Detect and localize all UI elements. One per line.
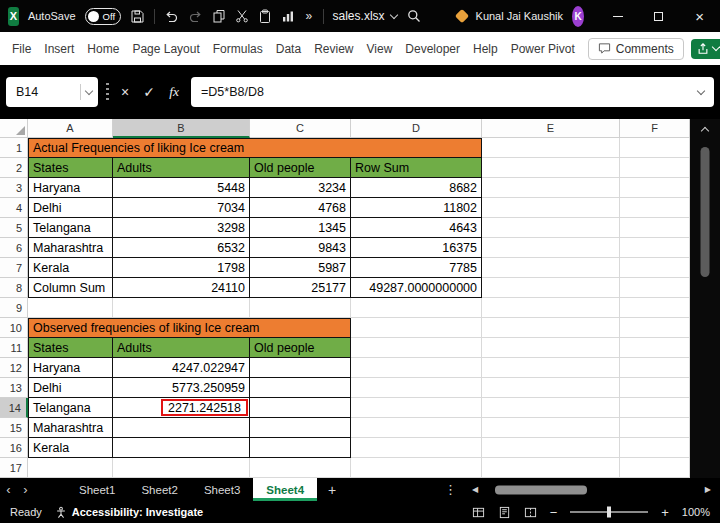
cell-F3[interactable] xyxy=(620,178,690,198)
cell-B11[interactable]: Adults xyxy=(113,338,250,358)
ribbon-tab-page-layout[interactable]: Page Layout xyxy=(132,42,199,56)
cell-F5[interactable] xyxy=(620,218,690,238)
cell-C16[interactable] xyxy=(250,438,351,458)
row-header-13[interactable]: 13 xyxy=(0,378,28,398)
cell-A2[interactable]: States xyxy=(28,158,113,178)
cell-C11[interactable]: Old people xyxy=(250,338,351,358)
row-header-5[interactable]: 5 xyxy=(0,218,28,238)
row-header-12[interactable]: 12 xyxy=(0,358,28,378)
undo-icon[interactable] xyxy=(164,7,179,25)
normal-view-button[interactable] xyxy=(472,506,485,519)
user-name-label[interactable]: Kunal Jai Kaushik xyxy=(476,10,563,22)
row-header-9[interactable]: 9 xyxy=(0,298,28,318)
save-icon[interactable] xyxy=(130,7,145,25)
comments-button[interactable]: Comments xyxy=(588,38,684,60)
cell-C15[interactable] xyxy=(250,418,351,438)
ribbon-tab-file[interactable]: File xyxy=(12,42,31,56)
cell-E9[interactable] xyxy=(482,298,620,318)
cell-E2[interactable] xyxy=(482,158,620,178)
cell-F4[interactable] xyxy=(620,198,690,218)
row-header-17[interactable]: 17 xyxy=(0,458,28,478)
cell-F16[interactable] xyxy=(620,438,690,458)
cell-C5[interactable]: 1345 xyxy=(250,218,351,238)
cell-B6[interactable]: 6532 xyxy=(113,238,250,258)
close-button[interactable]: × xyxy=(679,0,720,32)
cell-F17[interactable] xyxy=(620,458,690,478)
zoom-out-button[interactable]: − xyxy=(550,505,558,520)
expand-formula-bar-icon[interactable] xyxy=(697,86,705,94)
cell-E13[interactable] xyxy=(482,378,620,398)
select-all-button[interactable] xyxy=(0,119,28,138)
maximize-button[interactable] xyxy=(638,0,679,32)
row-header-14[interactable]: 14 xyxy=(0,398,28,418)
row-header-16[interactable]: 16 xyxy=(0,438,28,458)
rewards-diamond-icon[interactable] xyxy=(454,9,468,23)
cell-C17[interactable] xyxy=(250,458,351,478)
cell-C2[interactable]: Old people xyxy=(250,158,351,178)
share-button[interactable] xyxy=(691,39,720,59)
scroll-left-icon[interactable]: ◀ xyxy=(472,485,478,494)
cell-D7[interactable]: 7785 xyxy=(351,258,482,278)
cell-D10[interactable] xyxy=(351,318,482,338)
cell-C4[interactable]: 4768 xyxy=(250,198,351,218)
vertical-scroll-thumb[interactable] xyxy=(701,147,710,277)
cell-B17[interactable] xyxy=(113,458,250,478)
cell-B9[interactable] xyxy=(113,298,250,318)
zoom-slider[interactable] xyxy=(570,511,648,513)
row-header-4[interactable]: 4 xyxy=(0,198,28,218)
ribbon-tab-insert[interactable]: Insert xyxy=(44,42,74,56)
avatar[interactable]: K xyxy=(572,6,584,27)
cell-F10[interactable] xyxy=(620,318,690,338)
cell-A5[interactable]: Telangana xyxy=(28,218,113,238)
accessibility-status[interactable]: Accessibility: Investigate xyxy=(55,506,203,519)
cell-C7[interactable]: 5987 xyxy=(250,258,351,278)
cancel-entry-icon[interactable]: × xyxy=(117,84,133,100)
ribbon-tab-developer[interactable]: Developer xyxy=(405,42,460,56)
cell-C14[interactable] xyxy=(250,398,351,418)
cell-E5[interactable] xyxy=(482,218,620,238)
cell-D13[interactable] xyxy=(351,378,482,398)
cell-F14[interactable] xyxy=(620,398,690,418)
cell-D5[interactable]: 4643 xyxy=(351,218,482,238)
cell-F8[interactable] xyxy=(620,278,690,298)
column-header-D[interactable]: D xyxy=(351,119,482,138)
name-box[interactable]: B14 xyxy=(6,77,98,107)
cell-A13[interactable]: Delhi xyxy=(28,378,113,398)
horizontal-scrollbar[interactable]: ◀ ▶ xyxy=(468,478,720,501)
cell-A16[interactable]: Kerala xyxy=(28,438,113,458)
cell-D14[interactable] xyxy=(351,398,482,418)
row-header-7[interactable]: 7 xyxy=(0,258,28,278)
cell-E15[interactable] xyxy=(482,418,620,438)
cell-F12[interactable] xyxy=(620,358,690,378)
redo-icon[interactable] xyxy=(188,7,203,25)
cell-B16[interactable] xyxy=(113,438,250,458)
cell-B5[interactable]: 3298 xyxy=(113,218,250,238)
autosave-toggle[interactable]: Off xyxy=(85,8,122,25)
new-sheet-button[interactable]: + xyxy=(317,482,347,498)
column-header-F[interactable]: F xyxy=(620,119,690,138)
cell-E10[interactable] xyxy=(482,318,620,338)
column-header-E[interactable]: E xyxy=(482,119,620,138)
cell-B3[interactable]: 5448 xyxy=(113,178,250,198)
ribbon-tab-home[interactable]: Home xyxy=(87,42,119,56)
column-header-C[interactable]: C xyxy=(250,119,351,138)
cell-C12[interactable] xyxy=(250,358,351,378)
cell-F13[interactable] xyxy=(620,378,690,398)
ribbon-tab-help[interactable]: Help xyxy=(473,42,498,56)
sheet-options-icon[interactable]: ⋮ xyxy=(434,482,468,497)
cell-E14[interactable] xyxy=(482,398,620,418)
cell-B4[interactable]: 7034 xyxy=(113,198,250,218)
column-header-B[interactable]: B xyxy=(113,119,250,138)
row-header-6[interactable]: 6 xyxy=(0,238,28,258)
cell-B12[interactable]: 4247.022947 xyxy=(113,358,250,378)
cell-F6[interactable] xyxy=(620,238,690,258)
cell-F11[interactable] xyxy=(620,338,690,358)
row-header-15[interactable]: 15 xyxy=(0,418,28,438)
vertical-scrollbar[interactable] xyxy=(690,119,720,478)
insert-function-icon[interactable]: fx xyxy=(165,84,183,100)
cell-A1[interactable]: Actual Frequencies of liking Ice cream xyxy=(28,138,482,158)
cell-C9[interactable] xyxy=(250,298,351,318)
paste-icon[interactable] xyxy=(258,7,272,25)
ribbon-tab-review[interactable]: Review xyxy=(314,42,353,56)
cell-A4[interactable]: Delhi xyxy=(28,198,113,218)
